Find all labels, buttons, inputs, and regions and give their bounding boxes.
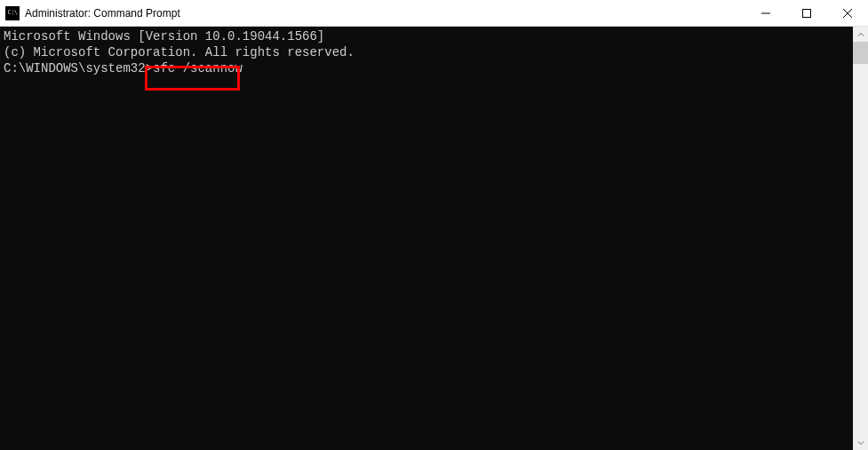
- prompt-line: C:\WINDOWS\system32>sfc /scannow: [4, 60, 849, 76]
- copyright-line: (c) Microsoft Corporation. All rights re…: [4, 44, 849, 60]
- minimize-button[interactable]: [745, 0, 786, 27]
- close-button[interactable]: [827, 0, 868, 27]
- maximize-icon: [802, 9, 811, 18]
- console-area[interactable]: Microsoft Windows [Version 10.0.19044.15…: [0, 27, 853, 450]
- scroll-thumb[interactable]: [853, 42, 868, 64]
- maximize-button[interactable]: [786, 0, 827, 27]
- titlebar: C:\ Administrator: Command Prompt: [0, 0, 868, 27]
- scroll-down-arrow[interactable]: [853, 435, 868, 450]
- prompt-text: C:\WINDOWS\system32>: [4, 61, 153, 75]
- command-text: sfc /scannow: [153, 61, 243, 75]
- cmd-icon: C:\: [5, 6, 20, 20]
- vertical-scrollbar[interactable]: [853, 27, 868, 450]
- titlebar-controls: [745, 0, 868, 26]
- svg-rect-0: [803, 10, 811, 18]
- chevron-up-icon: [857, 31, 864, 38]
- version-line: Microsoft Windows [Version 10.0.19044.15…: [4, 28, 849, 44]
- chevron-down-icon: [857, 439, 864, 446]
- minimize-icon: [761, 9, 770, 18]
- close-icon: [843, 9, 852, 18]
- scroll-up-arrow[interactable]: [853, 27, 868, 42]
- console-wrapper: Microsoft Windows [Version 10.0.19044.15…: [0, 27, 868, 450]
- titlebar-left: C:\ Administrator: Command Prompt: [0, 6, 180, 20]
- window-title: Administrator: Command Prompt: [25, 7, 180, 20]
